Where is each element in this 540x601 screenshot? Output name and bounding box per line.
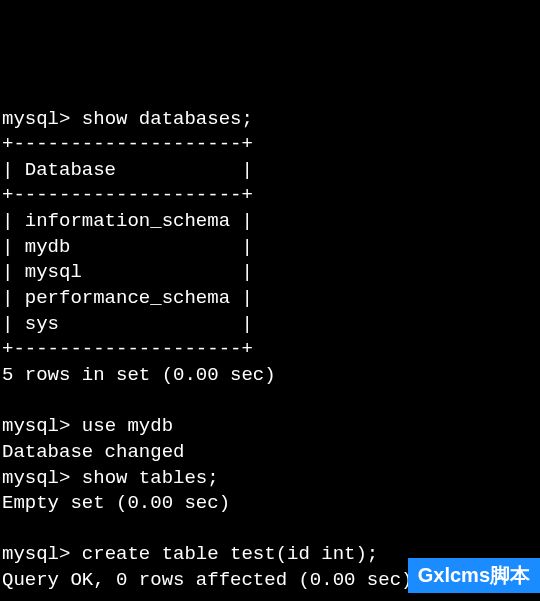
watermark: Gxlcms脚本 bbox=[408, 558, 540, 593]
table-header: | Database | bbox=[2, 159, 253, 181]
table-row: | mysql | bbox=[2, 261, 253, 283]
result-text: Query OK, 0 rows affected (0.00 sec) bbox=[2, 569, 412, 591]
table-border: +--------------------+ bbox=[2, 338, 253, 360]
command-show-databases: show databases; bbox=[82, 108, 253, 130]
prompt: mysql> bbox=[2, 543, 70, 565]
prompt: mysql> bbox=[2, 467, 70, 489]
table-row: | information_schema | bbox=[2, 210, 253, 232]
result-text: Empty set (0.00 sec) bbox=[2, 492, 230, 514]
table-row: | mydb | bbox=[2, 236, 253, 258]
result-text: 5 rows in set (0.00 sec) bbox=[2, 364, 276, 386]
table-row: | performance_schema | bbox=[2, 287, 253, 309]
table-row: | sys | bbox=[2, 313, 253, 335]
prompt: mysql> bbox=[2, 415, 70, 437]
table-border: +--------------------+ bbox=[2, 184, 253, 206]
prompt: mysql> bbox=[2, 108, 70, 130]
terminal-output[interactable]: mysql> show databases; +----------------… bbox=[2, 107, 538, 601]
command-show-tables: show tables; bbox=[82, 467, 219, 489]
result-text: Database changed bbox=[2, 441, 184, 463]
command-use-db: use mydb bbox=[82, 415, 173, 437]
table-border: +--------------------+ bbox=[2, 133, 253, 155]
command-create-table: create table test(id int); bbox=[82, 543, 378, 565]
